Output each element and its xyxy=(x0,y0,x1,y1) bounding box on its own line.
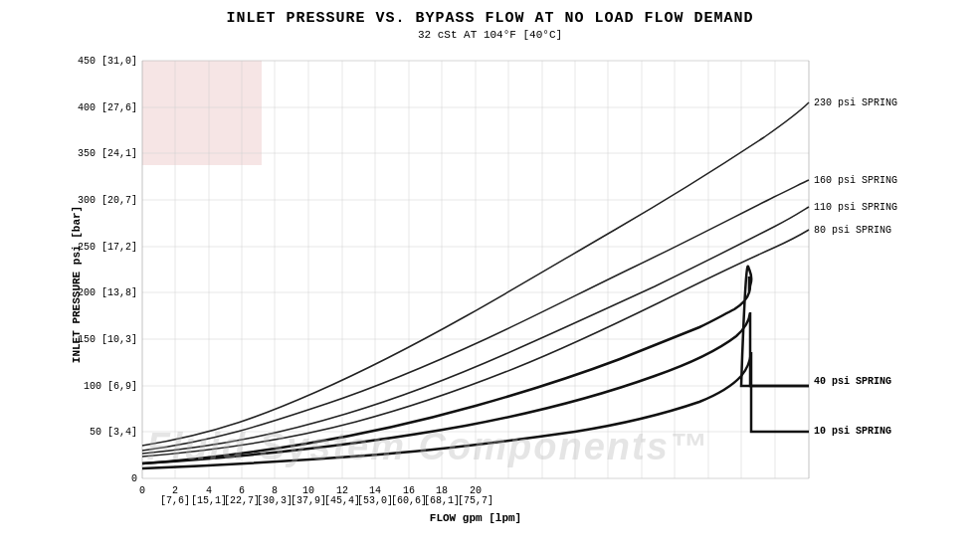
svg-text:80 psi SPRING: 80 psi SPRING xyxy=(814,225,891,236)
svg-text:300 [20,7]: 300 [20,7] xyxy=(77,195,136,206)
svg-text:[45,4]: [45,4] xyxy=(323,495,359,506)
chart-area: 0 50 [3,4] 100 [6,9] 150 [10,3] 200 [13,… xyxy=(68,46,963,523)
y-axis-labels: 0 50 [3,4] 100 [6,9] 150 [10,3] 200 [13,… xyxy=(77,56,136,484)
x-axis-labels: 0 2 [7,6] 4 [15,1] 6 [22,7] 8 [30,3] 10 … xyxy=(138,485,492,506)
svg-text:150 [10,3]: 150 [10,3] xyxy=(77,334,136,345)
svg-text:[22,7]: [22,7] xyxy=(223,495,259,506)
svg-text:10 psi SPRING: 10 psi SPRING xyxy=(814,426,891,437)
svg-text:250 [17,2]: 250 [17,2] xyxy=(77,242,136,253)
svg-text:110 psi SPRING: 110 psi SPRING xyxy=(814,202,897,213)
svg-text:[68,1]: [68,1] xyxy=(423,495,459,506)
spring-labels: 230 psi SPRING 160 psi SPRING 110 psi SP… xyxy=(814,97,897,437)
svg-text:[60,6]: [60,6] xyxy=(390,495,426,506)
svg-text:50 [3,4]: 50 [3,4] xyxy=(89,427,136,438)
y-axis-title: INLET PRESSURE psi [bar] xyxy=(71,206,83,363)
svg-text:[75,7]: [75,7] xyxy=(457,495,492,506)
svg-text:[15,1]: [15,1] xyxy=(190,495,226,506)
svg-text:350 [24,1]: 350 [24,1] xyxy=(77,148,136,159)
chart-svg: 0 50 [3,4] 100 [6,9] 150 [10,3] 200 [13,… xyxy=(68,46,963,523)
chart-container: INLET PRESSURE VS. BYPASS FLOW AT NO LOA… xyxy=(0,0,980,553)
x-axis-title: FLOW gpm [lpm] xyxy=(429,512,520,523)
svg-text:[53,0]: [53,0] xyxy=(356,495,392,506)
svg-text:160 psi SPRING: 160 psi SPRING xyxy=(814,175,897,186)
sub-title: 32 cSt AT 104°F [40°C] xyxy=(226,29,753,41)
svg-rect-1 xyxy=(142,61,262,165)
svg-text:100 [6,9]: 100 [6,9] xyxy=(83,381,136,392)
svg-text:450 [31,0]: 450 [31,0] xyxy=(77,56,136,67)
svg-text:[30,3]: [30,3] xyxy=(256,495,292,506)
svg-text:200 [13,8]: 200 [13,8] xyxy=(77,287,136,298)
svg-text:0: 0 xyxy=(138,485,144,496)
svg-text:[37,9]: [37,9] xyxy=(290,495,325,506)
svg-text:[7,6]: [7,6] xyxy=(159,495,189,506)
title-area: INLET PRESSURE VS. BYPASS FLOW AT NO LOA… xyxy=(226,10,753,41)
svg-text:0: 0 xyxy=(130,473,136,484)
svg-text:230 psi SPRING: 230 psi SPRING xyxy=(814,97,897,108)
svg-text:40 psi SPRING: 40 psi SPRING xyxy=(814,376,891,387)
main-title: INLET PRESSURE VS. BYPASS FLOW AT NO LOA… xyxy=(226,10,753,27)
svg-text:400 [27,6]: 400 [27,6] xyxy=(77,102,136,113)
